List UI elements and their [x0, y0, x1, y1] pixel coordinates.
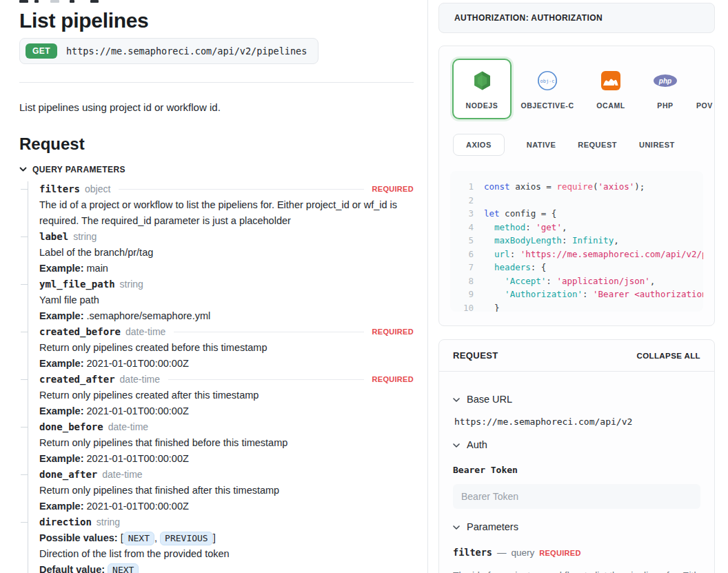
chevron-down-icon [453, 394, 460, 405]
param-example-row: Example: 2021-01-01T00:00:00Z [39, 356, 414, 372]
example-label: Example: [39, 405, 87, 416]
parameters-toggle[interactable]: Parameters [453, 521, 700, 532]
language-tabs: NODEJS [obj-c] OBJECTIVE-C [450, 59, 714, 119]
language-tab-objective-c[interactable]: [obj-c] OBJECTIVE-C [512, 59, 583, 110]
request-panel-body: Base URL https://me.semaphoreci.com/api/… [439, 372, 714, 573]
base-url-value: https://me.semaphoreci.com/api/v2 [454, 416, 700, 427]
request-heading: Request [19, 134, 414, 154]
param-name: done_before [39, 419, 103, 435]
main-content: List pipelines GET https://me.semaphorec… [19, 0, 414, 573]
param-example-row: Example: 2021-01-01T00:00:00Z [39, 403, 414, 419]
param-description: Return only pipelines that finished befo… [39, 435, 414, 451]
language-tab-pov-clipped[interactable]: POV [696, 59, 713, 110]
code-token [484, 222, 494, 232]
param-name: direction [39, 514, 92, 530]
param-type: date-time [102, 467, 142, 483]
line-number: 2 [457, 194, 474, 208]
query-param: yml_file_pathstringYaml file pathExample… [39, 277, 414, 324]
query-parameters-label: QUERY PARAMETERS [32, 165, 125, 174]
code-token [484, 249, 494, 259]
authorization-bar[interactable]: AUTHORIZATION: AUTHORIZATION [438, 3, 715, 33]
query-param-head: directionstring [39, 514, 414, 530]
query-param: created_beforedate-timeREQUIREDReturn on… [39, 324, 414, 372]
code-token: : { [531, 262, 547, 272]
code-token: 'Bearer <authorization>' [593, 289, 703, 299]
param-type: object [85, 181, 110, 197]
language-tab-php[interactable]: php PHP [638, 59, 692, 110]
code-line: 1const axios = require('axios'); [457, 180, 703, 194]
query-parameters-toggle[interactable]: QUERY PARAMETERS [19, 165, 414, 174]
variant-tab-unirest[interactable]: UNIREST [639, 141, 675, 149]
line-number: 8 [457, 274, 474, 288]
param-description: The id of a project or workflow to list … [39, 197, 414, 229]
param-name: filters [39, 181, 80, 197]
code-token: headers [494, 262, 531, 272]
code-token [484, 235, 494, 245]
default-value-pill: NEXT [108, 563, 139, 573]
param-type: date-time [120, 372, 160, 388]
code-line: 4 method: 'get', [457, 221, 703, 234]
variant-tab-axios[interactable]: AXIOS [453, 134, 505, 156]
possible-value-pill: NEXT [123, 532, 154, 545]
code-token: url [494, 249, 510, 259]
variant-tab-request[interactable]: REQUEST [578, 141, 617, 149]
line-number: 6 [457, 248, 474, 261]
example-value: 2021-01-01T00:00:00Z [87, 358, 189, 369]
page-title: List pipelines [19, 8, 414, 33]
code-line-content: maxBodyLength: Infinity, [484, 234, 619, 248]
code-token: const [484, 181, 510, 192]
query-param-head: labelstring [39, 229, 414, 245]
param-type: string [97, 514, 120, 530]
example-label: Example: [39, 263, 87, 274]
code-token: , [650, 276, 656, 286]
code-token: config = { [500, 208, 557, 219]
param-type: date-time [125, 324, 165, 340]
request-param-name: filters [453, 547, 492, 558]
base-url-toggle[interactable]: Base URL [453, 394, 700, 405]
line-number: 10 [457, 301, 474, 312]
example-value: main [87, 263, 108, 274]
code-token [484, 276, 505, 286]
query-param-head: done_beforedate-time [39, 419, 414, 435]
line-number: 1 [457, 180, 474, 194]
code-line-content: url: 'https://me.semaphoreci.com/api/v2/… [484, 248, 703, 261]
request-param-description: The id of a project or workflow to list … [453, 570, 700, 573]
code-token: 'get' [536, 222, 562, 232]
clipped-content-top [19, 0, 414, 3]
language-tab-nodejs[interactable]: NODEJS [452, 59, 512, 119]
code-line: 8 'Accept': 'application/json', [457, 274, 703, 288]
code-token [484, 262, 494, 272]
param-description: Return only pipelines created after this… [39, 388, 414, 403]
auth-toggle[interactable]: Auth [453, 439, 700, 450]
code-token: ( [593, 181, 598, 192]
objective-c-icon: [obj-c] [537, 70, 558, 92]
code-line: 6 url: 'https://me.semaphoreci.com/api/v… [457, 248, 703, 261]
example-value: 2021-01-01T00:00:00Z [87, 501, 189, 512]
param-example-row: Example: 2021-01-01T00:00:00Z [39, 499, 414, 514]
nodejs-icon [473, 70, 492, 92]
bearer-token-input[interactable] [453, 484, 700, 509]
language-tab-ocaml[interactable]: OCAML [583, 59, 638, 110]
auth-label: Auth [467, 439, 487, 450]
param-description: Yaml file path [39, 292, 414, 308]
code-token: Infinity [572, 235, 614, 245]
required-badge: REQUIRED [539, 549, 580, 557]
code-token [484, 289, 505, 299]
query-param-head: yml_file_pathstring [39, 277, 414, 292]
request-param-row: filters — query REQUIRED [453, 547, 700, 558]
code-snippet[interactable]: 1const axios = require('axios');23let co… [450, 171, 703, 312]
collapse-all-button[interactable]: COLLAPSE ALL [636, 352, 700, 360]
example-value: 2021-01-01T00:00:00Z [87, 405, 189, 416]
code-line-content: let config = { [484, 207, 556, 221]
http-method-badge: GET [26, 43, 57, 59]
parameters-label: Parameters [467, 521, 518, 532]
code-line: 7 headers: { [457, 261, 703, 274]
param-rule [174, 332, 363, 332]
endpoint-url: https://me.semaphoreci.com/api/v2/pipeli… [66, 46, 307, 57]
variant-tab-native[interactable]: NATIVE [527, 141, 556, 149]
base-url-label: Base URL [467, 394, 512, 405]
code-token: axios = [510, 181, 557, 192]
possible-values-label: Possible values: [39, 532, 121, 543]
possible-value-pill: PREVIOUS [160, 532, 213, 545]
code-token: ); [634, 181, 645, 192]
